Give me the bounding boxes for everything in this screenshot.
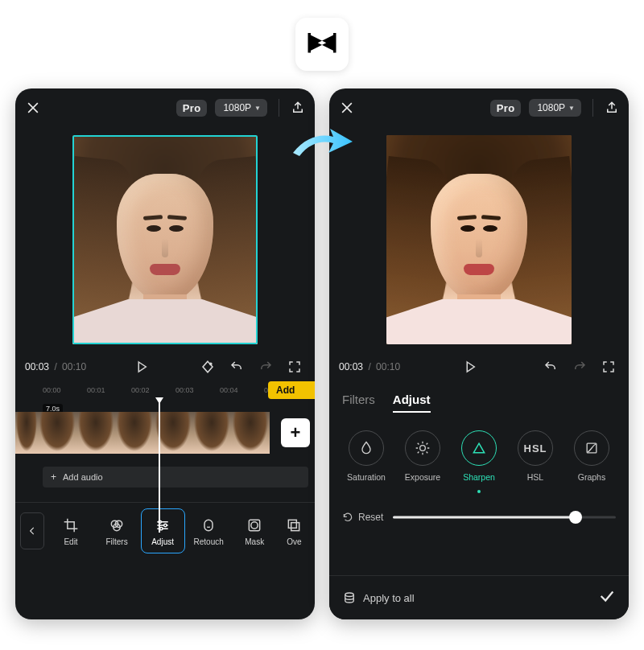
option-label: Graphs (578, 472, 605, 482)
option-label: Sharpen (463, 472, 495, 482)
tool-overlay[interactable]: Ove (279, 508, 310, 553)
resolution-selector[interactable]: 1080P ▼ (215, 99, 267, 117)
apply-label: Apply to all (363, 592, 415, 604)
close-icon[interactable] (25, 100, 41, 116)
svg-point-11 (251, 521, 258, 528)
svg-point-2 (210, 363, 212, 364)
mask-icon (246, 516, 263, 534)
add-media-button[interactable]: + (281, 418, 310, 447)
tool-mask[interactable]: Mask (233, 508, 277, 553)
tool-label: Edit (64, 537, 77, 546)
fullscreen-button[interactable] (284, 356, 305, 377)
confirm-button[interactable] (598, 587, 616, 608)
adjust-icon (154, 516, 171, 534)
playhead[interactable] (159, 401, 160, 533)
resolution-value: 1080P (537, 102, 565, 113)
portrait-image (72, 135, 258, 344)
tool-filters[interactable]: Filters (95, 508, 139, 553)
clip-preview[interactable] (72, 135, 258, 344)
svg-rect-9 (204, 520, 213, 530)
slider-row: Reset (329, 496, 629, 530)
apply-row: Apply to all (329, 576, 629, 619)
svg-rect-1 (333, 33, 336, 53)
panel-tabs: Filters Adjust (329, 381, 629, 414)
timeline[interactable]: 00:00 00:01 00:02 00:03 00:04 00:05 Add … (15, 381, 315, 619)
clip-preview[interactable] (386, 135, 572, 344)
redo-button[interactable] (255, 356, 276, 377)
option-exposure[interactable]: Exposure (397, 430, 448, 482)
add-audio-label: Add audio (63, 472, 103, 482)
time-readout: 00:03 / 00:10 (25, 361, 86, 372)
option-graphs[interactable]: Graphs (566, 430, 617, 482)
option-label: Saturation (347, 472, 386, 482)
close-icon[interactable] (339, 100, 355, 116)
portrait-image (386, 135, 572, 344)
svg-point-16 (345, 593, 354, 597)
reset-button[interactable]: Reset (342, 512, 383, 523)
stack-icon (342, 590, 357, 605)
play-bar: 00:03 / 00:10 (329, 352, 629, 381)
tool-edit[interactable]: Edit (49, 508, 93, 553)
svg-rect-0 (308, 33, 312, 53)
resolution-selector[interactable]: 1080P ▼ (529, 99, 581, 117)
divider (279, 99, 279, 117)
crop-icon (62, 516, 80, 534)
option-hsl[interactable]: HSL HSL (510, 430, 561, 482)
back-button[interactable] (20, 512, 44, 549)
total-time: 00:10 (62, 361, 86, 372)
hsl-icon: HSL (518, 430, 553, 466)
clip-strip[interactable] (15, 412, 275, 454)
svg-rect-13 (291, 522, 299, 530)
retouch-icon (200, 516, 217, 534)
tool-label: Adjust (151, 537, 174, 546)
pro-badge[interactable]: Pro (176, 100, 208, 117)
active-dot (477, 490, 481, 493)
play-button[interactable] (460, 356, 481, 377)
keyframe-icon[interactable] (197, 356, 218, 377)
undo-button[interactable] (226, 356, 247, 377)
sharpen-slider[interactable] (393, 509, 616, 525)
apply-to-all-button[interactable]: Apply to all (342, 590, 415, 605)
tab-filters[interactable]: Filters (342, 393, 375, 406)
svg-point-7 (164, 524, 167, 526)
option-sharpen[interactable]: Sharpen (453, 430, 505, 493)
option-label: Exposure (405, 472, 440, 482)
redo-button[interactable] (569, 356, 590, 377)
tool-adjust[interactable]: Adjust (141, 508, 185, 553)
adjust-options: Saturation Exposure Sharpen HSL HSL (329, 414, 629, 496)
play-button[interactable] (131, 356, 152, 377)
undo-button[interactable] (540, 356, 561, 377)
export-icon[interactable] (605, 101, 619, 115)
play-bar: 00:03 / 00:10 (15, 352, 315, 381)
overlay-icon (285, 516, 303, 534)
drop-icon (349, 430, 384, 466)
tool-label: Mask (245, 537, 264, 546)
total-time: 00:10 (376, 361, 400, 372)
preview-viewport[interactable] (329, 127, 629, 352)
add-clip-button[interactable]: Add (268, 381, 315, 399)
clip-track[interactable]: 7.0s + (15, 405, 315, 460)
time-readout: 00:03 / 00:10 (339, 361, 400, 372)
pro-badge[interactable]: Pro (490, 100, 522, 117)
ruler-tick: 00:03 (175, 386, 220, 394)
svg-point-14 (420, 446, 426, 451)
ruler-tick: 00:01 (87, 386, 131, 394)
triangle-icon (461, 430, 497, 466)
export-icon[interactable] (291, 101, 305, 115)
editor-before: Pro 1080P ▼ 00:03 / 00:10 (15, 88, 315, 619)
current-time: 00:03 (339, 361, 363, 372)
resolution-value: 1080P (223, 102, 251, 113)
tab-adjust[interactable]: Adjust (393, 393, 431, 406)
ruler-tick: 00:04 (220, 386, 264, 394)
option-saturation[interactable]: Saturation (341, 430, 392, 482)
tool-bar: Edit Filters Adjust Retouch Mask (15, 503, 315, 559)
add-audio-button[interactable]: + Add audio (43, 467, 308, 488)
adjust-panel: Filters Adjust Saturation Exposure Sh (329, 381, 629, 619)
tool-label: Retouch (194, 537, 224, 546)
option-label: HSL (527, 472, 543, 482)
fullscreen-button[interactable] (598, 356, 619, 377)
svg-rect-12 (289, 520, 297, 528)
preview-viewport[interactable] (15, 127, 315, 352)
tool-retouch[interactable]: Retouch (187, 508, 231, 553)
reset-label: Reset (358, 512, 383, 523)
